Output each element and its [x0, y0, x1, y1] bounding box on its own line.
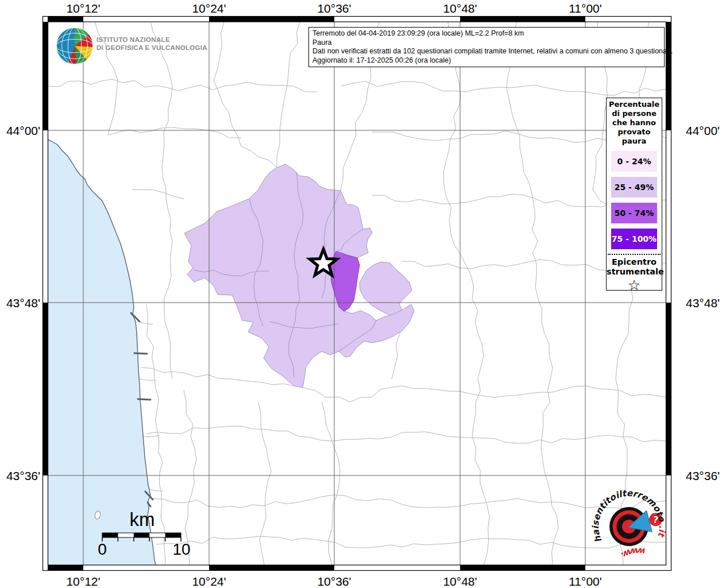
- legend-epicenter-line2: strumentale: [607, 267, 662, 277]
- axis-label-bottom-5: 11°00': [551, 575, 620, 588]
- logo-text-www: www.: [619, 544, 648, 562]
- legend-label-50-74: 50 - 74%: [615, 208, 654, 218]
- axis-label-top-4: 10°48': [426, 2, 495, 16]
- legend-swatch-50-74: 50 - 74%: [611, 203, 657, 223]
- legend-title-line3: che hanno: [607, 118, 662, 127]
- axis-label-bottom-1: 10°12': [49, 575, 118, 588]
- scale-bar-end-label: 10: [168, 540, 195, 559]
- axis-label-left-2: 43°48': [0, 296, 40, 310]
- ingv-logo-line1: ISTITUTO NAZIONALE: [96, 36, 207, 44]
- legend-star-icon: ☆: [607, 278, 662, 293]
- legend-label-25-49: 25 - 49%: [615, 183, 654, 192]
- ingv-globe-icon: [55, 26, 94, 65]
- earthquake-info-box: Terremoto del 04-04-2019 23:09:29 (ora l…: [308, 27, 665, 67]
- ingv-logo-line2: DI GEOFISICA E VULCANOLOGIA: [96, 44, 207, 52]
- axis-label-top-2: 10°24': [175, 2, 244, 16]
- ingv-logo-text: ISTITUTO NAZIONALE DI GEOFISICA E VULCAN…: [96, 36, 207, 52]
- axis-label-right-3: 43°36': [686, 469, 722, 483]
- axis-label-left-3: 43°36': [0, 469, 40, 483]
- legend-divider: [608, 254, 661, 255]
- legend-swatch-0-24: 0 - 24%: [611, 151, 657, 172]
- axis-label-bottom-4: 10°48': [426, 575, 495, 588]
- legend-epicenter-line1: Epicentro: [607, 257, 662, 267]
- axis-label-bottom-3: 10°36': [300, 575, 369, 588]
- info-line-type: Paura: [312, 38, 661, 48]
- scale-bar-start-label: 0: [91, 540, 114, 559]
- legend-swatch-75-100: 75 - 100%: [611, 229, 657, 249]
- legend-label-75-100: 75 - 100%: [612, 234, 657, 243]
- axis-label-bottom-2: 10°24': [175, 575, 244, 588]
- legend-swatch-25-49: 25 - 49%: [611, 177, 657, 198]
- legend-title-line5: paura: [607, 137, 662, 146]
- info-line-data: Dati non verificati estratti da 102 ques…: [312, 47, 661, 56]
- legend-title: Percentuale di persone che hanno provato…: [607, 100, 662, 146]
- info-line-updated: Aggiornato il: 17-12-2025 00:26 (ora loc…: [312, 56, 661, 65]
- svg-text:www.: www.: [619, 544, 648, 562]
- axis-label-left-1: 44°00': [0, 124, 40, 138]
- info-line-event: Terremoto del 04-04-2019 23:09:29 (ora l…: [312, 29, 661, 38]
- axis-label-right-2: 43°48': [686, 296, 722, 310]
- axis-label-top-1: 10°12': [49, 2, 118, 16]
- legend-title-line2: di persone: [607, 109, 662, 118]
- legend-label-0-24: 0 - 24%: [617, 157, 651, 166]
- axis-label-right-1: 44°00': [686, 124, 722, 138]
- legend-title-line1: Percentuale: [607, 100, 662, 109]
- legend-box: Percentuale di persone che hanno provato…: [606, 98, 662, 291]
- scale-bar-unit-label: km: [115, 509, 169, 531]
- axis-label-top-3: 10°36': [300, 2, 369, 16]
- haisentito-logo: ? haisentitoilterremoto .it www.: [581, 478, 685, 581]
- map-page: 10°12' 10°24' 10°36' 10°48' 11°00' 10°12…: [0, 0, 722, 588]
- legend-title-line4: provato: [607, 127, 662, 137]
- legend-epicenter-label: Epicentro strumentale: [607, 257, 662, 277]
- axis-label-top-5: 11°00': [551, 2, 620, 16]
- ingv-logo: ISTITUTO NAZIONALE DI GEOFISICA E VULCAN…: [55, 26, 296, 68]
